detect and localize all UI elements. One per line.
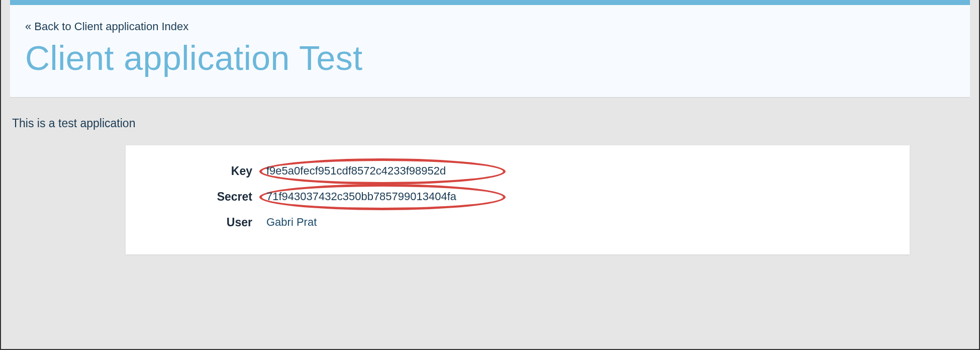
app-description: This is a test application <box>10 98 970 145</box>
secret-label: Secret <box>146 190 266 204</box>
details-card: Key f9e5a0fecf951cdf8572c4233f98952d Sec… <box>126 145 910 254</box>
back-link[interactable]: « Back to Client application Index <box>25 20 188 33</box>
detail-row-key: Key f9e5a0fecf951cdf8572c4233f98952d <box>146 164 890 178</box>
secret-value: 71f943037432c350bb785799013404fa <box>266 190 456 203</box>
detail-row-secret: Secret 71f943037432c350bb785799013404fa <box>146 190 890 204</box>
key-value: f9e5a0fecf951cdf8572c4233f98952d <box>266 164 446 178</box>
user-label: User <box>146 216 266 229</box>
key-label: Key <box>146 164 266 178</box>
page-header: « Back to Client application Index Clien… <box>10 0 970 98</box>
detail-row-user: User Gabri Prat <box>146 216 890 229</box>
user-value[interactable]: Gabri Prat <box>266 216 317 229</box>
page-title: Client application Test <box>25 39 955 77</box>
